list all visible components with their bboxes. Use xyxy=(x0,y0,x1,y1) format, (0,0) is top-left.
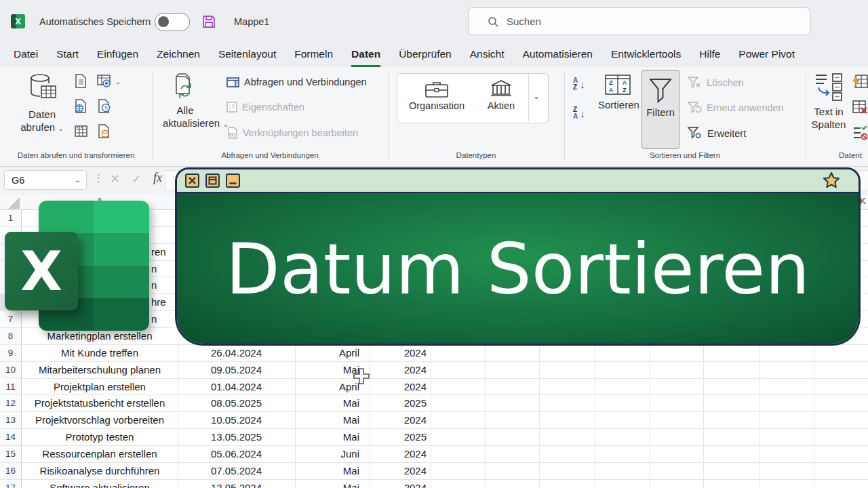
cell-date[interactable]: 01.04.2024 xyxy=(178,379,295,396)
chevron-down-icon[interactable]: ⌄ xyxy=(115,75,121,87)
organization-data-type[interactable]: Organisation xyxy=(406,79,467,111)
cell-date[interactable]: 08.05.2025 xyxy=(178,395,295,412)
minimize-icon[interactable] xyxy=(226,174,240,188)
advanced-filter-button[interactable]: Erweitert xyxy=(688,127,746,140)
tab-seitenlayout[interactable]: Seitenlayout xyxy=(218,42,276,67)
from-text-icon[interactable] xyxy=(73,73,89,89)
queries-connections-button[interactable]: Abfragen und Verbindungen xyxy=(226,77,367,87)
insert-function-icon[interactable]: fx xyxy=(153,171,162,185)
cell-month[interactable]: Juni xyxy=(295,446,370,463)
close-icon[interactable] xyxy=(185,174,199,188)
recent-sources-icon[interactable] xyxy=(96,73,112,89)
cell-year[interactable]: 2024 xyxy=(370,379,431,396)
sort-az-button[interactable]: AZ ↓ xyxy=(573,77,585,91)
sort-za-button[interactable]: ZA ↓ xyxy=(573,106,585,120)
cell-month[interactable]: Mai xyxy=(295,412,370,429)
cell-task[interactable]: Software aktualisieren xyxy=(22,480,178,488)
row-header[interactable]: 12 xyxy=(0,395,21,412)
restore-icon[interactable] xyxy=(205,174,220,188)
cell-year[interactable]: 2024 xyxy=(370,463,431,480)
cell-month[interactable]: Mai xyxy=(295,395,370,412)
tab-power-pivot[interactable]: Power Pivot xyxy=(738,42,795,67)
star-icon[interactable] xyxy=(822,171,841,190)
cell-date[interactable]: 05.06.2024 xyxy=(178,446,295,463)
cell-date[interactable]: 12.05.2024 xyxy=(178,480,295,488)
excel-window: X Automatisches Speichern Mappe1 Suchen … xyxy=(0,0,868,488)
tab-hilfe[interactable]: Hilfe xyxy=(699,42,720,67)
flash-fill-icon[interactable] xyxy=(852,73,868,89)
cell-task[interactable]: Ressourcenplan erstellen xyxy=(22,446,178,463)
tab-start[interactable]: Start xyxy=(56,42,79,67)
group-separator xyxy=(806,72,806,160)
from-database-icon[interactable] xyxy=(96,123,112,139)
get-data-button[interactable]: Datenabrufen ⌄ xyxy=(16,73,68,135)
excel-app-icon: X xyxy=(11,14,25,28)
cell-year[interactable]: 2024 xyxy=(370,446,431,463)
row-header[interactable]: 16 xyxy=(0,463,21,480)
cell-year[interactable]: 2025 xyxy=(370,395,431,412)
from-web-icon[interactable] xyxy=(73,98,89,114)
name-box[interactable]: G6 ⌄ xyxy=(4,170,87,190)
row-header[interactable]: 11 xyxy=(0,379,21,396)
cell-month[interactable]: Mai xyxy=(295,429,370,446)
cell-year[interactable]: 2024 xyxy=(370,345,431,362)
cell-date[interactable]: 07.05.2024 xyxy=(178,463,295,480)
row-header[interactable]: 15 xyxy=(0,446,21,463)
svg-text:A: A xyxy=(609,87,614,94)
cell-year[interactable]: 2024 xyxy=(370,362,431,379)
save-icon[interactable] xyxy=(201,14,216,29)
row-header[interactable]: 14 xyxy=(0,429,21,446)
cell-year[interactable]: 2024 xyxy=(370,412,431,429)
tab-ansicht[interactable]: Ansicht xyxy=(470,42,505,67)
row-header[interactable]: 10 xyxy=(0,362,21,379)
cell-task[interactable]: Projektvorschlag vorbereiten xyxy=(22,412,178,429)
chevron-down-icon: ⌄ xyxy=(58,125,63,132)
refresh-all-button[interactable]: Alleaktualisieren ⌄ xyxy=(163,73,208,131)
cell-date[interactable]: 10.05.2024 xyxy=(178,412,295,429)
tab-zeichnen[interactable]: Zeichnen xyxy=(157,42,200,67)
funnel-gear-icon xyxy=(688,127,703,140)
cell-task[interactable]: Prototyp testen xyxy=(22,429,178,446)
tab-datei[interactable]: Datei xyxy=(14,42,38,67)
row-header[interactable]: 9 xyxy=(0,345,21,362)
tab-einfuegen[interactable]: Einfügen xyxy=(97,42,138,67)
svg-text:Z: Z xyxy=(623,87,627,94)
group-label-sort-filter: Sortieren und Filtern xyxy=(564,151,806,159)
bank-icon xyxy=(489,79,513,98)
search-input[interactable]: Suchen xyxy=(468,7,810,35)
text-to-columns-button[interactable]: Text inSpalten xyxy=(811,73,846,131)
cell-date[interactable]: 26.04.2024 xyxy=(178,345,295,362)
cell-month[interactable]: April xyxy=(295,345,370,362)
existing-connections-icon[interactable] xyxy=(96,98,112,114)
data-validation-icon[interactable] xyxy=(852,125,868,141)
cell-year[interactable]: 2025 xyxy=(370,429,431,446)
cell-task[interactable]: Projektstatusbericht erstellen xyxy=(22,395,178,412)
tab-daten[interactable]: Daten xyxy=(351,42,380,67)
cell-task[interactable]: Projektplan erstellen xyxy=(22,379,178,396)
cell-task[interactable]: Mit Kunde treffen xyxy=(22,345,178,362)
gallery-more-chevron-icon[interactable]: ⌄ xyxy=(533,92,540,101)
stocks-data-type[interactable]: Aktien xyxy=(471,79,532,111)
group-label-queries: Abfragen und Verbindungen xyxy=(152,151,388,159)
edit-links-icon xyxy=(226,127,238,139)
cell-month[interactable]: Mai xyxy=(295,463,370,480)
remove-duplicates-icon[interactable] xyxy=(852,99,868,115)
tab-entwicklertools[interactable]: Entwicklertools xyxy=(611,42,681,67)
from-table-icon[interactable] xyxy=(73,123,89,139)
drag-handle-dots-icon[interactable]: ⋮ xyxy=(94,172,104,184)
autosave-toggle[interactable] xyxy=(155,13,190,31)
row-header[interactable]: 17 xyxy=(0,480,21,488)
tab-formeln[interactable]: Formeln xyxy=(294,42,333,67)
sort-dialog-icon: ZAAZ xyxy=(604,74,631,96)
cell-task[interactable]: Risikoanalyse durchführen xyxy=(22,463,178,480)
cell-date[interactable]: 09.05.2024 xyxy=(178,362,295,379)
tab-automatisieren[interactable]: Automatisieren xyxy=(523,42,593,67)
cell-date[interactable]: 13.05.2025 xyxy=(178,429,295,446)
sort-button[interactable]: ZAAZ Sortieren xyxy=(598,74,637,111)
cell-task[interactable]: Mitarbeiterschulung planen xyxy=(22,362,178,379)
filter-button[interactable]: Filtern xyxy=(642,70,679,149)
cell-year[interactable]: 2024 xyxy=(370,480,431,488)
cell-month[interactable]: Mai xyxy=(295,480,370,488)
tab-ueberpruefen[interactable]: Überprüfen xyxy=(399,42,452,67)
row-header[interactable]: 13 xyxy=(0,412,21,429)
